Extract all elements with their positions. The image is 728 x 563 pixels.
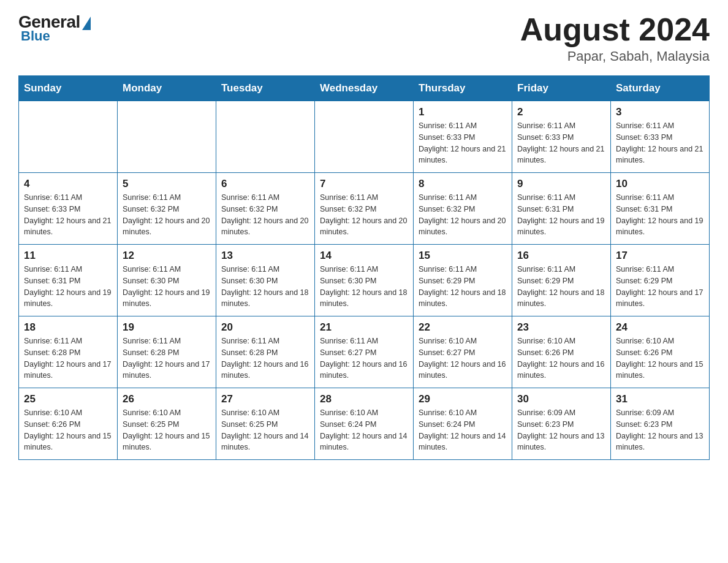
calendar-cell: 12Sunrise: 6:11 AMSunset: 6:30 PMDayligh… — [118, 245, 216, 316]
day-info: Sunrise: 6:11 AMSunset: 6:32 PMDaylight:… — [419, 192, 507, 238]
calendar-cell: 10Sunrise: 6:11 AMSunset: 6:31 PMDayligh… — [611, 173, 710, 245]
day-number: 23 — [517, 321, 605, 334]
day-number: 29 — [419, 393, 507, 405]
calendar-table: SundayMondayTuesdayWednesdayThursdayFrid… — [18, 75, 710, 460]
day-info: Sunrise: 6:10 AMSunset: 6:27 PMDaylight:… — [419, 335, 507, 381]
day-number: 17 — [616, 250, 704, 262]
calendar-week-row: 4Sunrise: 6:11 AMSunset: 6:33 PMDaylight… — [19, 173, 710, 245]
calendar-cell: 13Sunrise: 6:11 AMSunset: 6:30 PMDayligh… — [216, 245, 315, 316]
day-number: 2 — [517, 106, 605, 118]
calendar-cell — [315, 101, 414, 173]
day-info: Sunrise: 6:11 AMSunset: 6:30 PMDaylight:… — [320, 264, 408, 310]
day-number: 31 — [616, 393, 704, 405]
calendar-cell: 11Sunrise: 6:11 AMSunset: 6:31 PMDayligh… — [19, 245, 118, 316]
day-number: 30 — [517, 393, 605, 405]
day-info: Sunrise: 6:11 AMSunset: 6:33 PMDaylight:… — [24, 192, 112, 238]
calendar-cell: 9Sunrise: 6:11 AMSunset: 6:31 PMDaylight… — [512, 173, 611, 245]
calendar-cell: 6Sunrise: 6:11 AMSunset: 6:32 PMDaylight… — [216, 173, 315, 245]
day-number: 18 — [24, 321, 112, 334]
calendar-cell: 29Sunrise: 6:10 AMSunset: 6:24 PMDayligh… — [414, 388, 512, 460]
day-number: 13 — [221, 250, 309, 262]
calendar-cell: 14Sunrise: 6:11 AMSunset: 6:30 PMDayligh… — [315, 245, 414, 316]
day-number: 4 — [24, 178, 112, 190]
day-info: Sunrise: 6:10 AMSunset: 6:26 PMDaylight:… — [517, 335, 605, 381]
calendar-cell: 31Sunrise: 6:09 AMSunset: 6:23 PMDayligh… — [611, 388, 710, 460]
day-info: Sunrise: 6:10 AMSunset: 6:24 PMDaylight:… — [419, 407, 507, 453]
day-number: 24 — [616, 321, 704, 334]
day-info: Sunrise: 6:11 AMSunset: 6:32 PMDaylight:… — [320, 192, 408, 238]
calendar-title: August 2024 — [520, 12, 710, 47]
day-number: 22 — [419, 321, 507, 334]
calendar-cell: 15Sunrise: 6:11 AMSunset: 6:29 PMDayligh… — [414, 245, 512, 316]
calendar-cell: 17Sunrise: 6:11 AMSunset: 6:29 PMDayligh… — [611, 245, 710, 316]
calendar-cell: 18Sunrise: 6:11 AMSunset: 6:28 PMDayligh… — [19, 316, 118, 388]
day-info: Sunrise: 6:11 AMSunset: 6:32 PMDaylight:… — [123, 192, 211, 238]
weekday-header-saturday: Saturday — [611, 76, 710, 101]
calendar-cell: 1Sunrise: 6:11 AMSunset: 6:33 PMDaylight… — [414, 101, 512, 173]
day-number: 11 — [24, 250, 112, 262]
calendar-header-row: SundayMondayTuesdayWednesdayThursdayFrid… — [19, 76, 710, 101]
calendar-cell: 27Sunrise: 6:10 AMSunset: 6:25 PMDayligh… — [216, 388, 315, 460]
day-info: Sunrise: 6:11 AMSunset: 6:30 PMDaylight:… — [221, 264, 309, 310]
calendar-cell: 25Sunrise: 6:10 AMSunset: 6:26 PMDayligh… — [19, 388, 118, 460]
calendar-week-row: 25Sunrise: 6:10 AMSunset: 6:26 PMDayligh… — [19, 388, 710, 460]
day-number: 9 — [517, 178, 605, 190]
day-info: Sunrise: 6:11 AMSunset: 6:30 PMDaylight:… — [123, 264, 211, 310]
calendar-cell: 23Sunrise: 6:10 AMSunset: 6:26 PMDayligh… — [512, 316, 611, 388]
weekday-header-monday: Monday — [118, 76, 216, 101]
day-number: 27 — [221, 393, 309, 405]
day-number: 7 — [320, 178, 408, 190]
calendar-cell: 2Sunrise: 6:11 AMSunset: 6:33 PMDaylight… — [512, 101, 611, 173]
day-info: Sunrise: 6:11 AMSunset: 6:29 PMDaylight:… — [517, 264, 605, 310]
day-info: Sunrise: 6:11 AMSunset: 6:31 PMDaylight:… — [517, 192, 605, 238]
calendar-cell: 28Sunrise: 6:10 AMSunset: 6:24 PMDayligh… — [315, 388, 414, 460]
day-number: 8 — [419, 178, 507, 190]
calendar-subtitle: Papar, Sabah, Malaysia — [520, 48, 710, 64]
calendar-cell: 22Sunrise: 6:10 AMSunset: 6:27 PMDayligh… — [414, 316, 512, 388]
day-info: Sunrise: 6:11 AMSunset: 6:31 PMDaylight:… — [616, 192, 704, 238]
day-info: Sunrise: 6:10 AMSunset: 6:25 PMDaylight:… — [221, 407, 309, 453]
day-info: Sunrise: 6:11 AMSunset: 6:33 PMDaylight:… — [419, 120, 507, 166]
day-info: Sunrise: 6:11 AMSunset: 6:33 PMDaylight:… — [616, 120, 704, 166]
logo-triangle-icon — [82, 17, 91, 30]
day-info: Sunrise: 6:11 AMSunset: 6:29 PMDaylight:… — [419, 264, 507, 310]
calendar-cell: 19Sunrise: 6:11 AMSunset: 6:28 PMDayligh… — [118, 316, 216, 388]
day-info: Sunrise: 6:11 AMSunset: 6:32 PMDaylight:… — [221, 192, 309, 238]
day-info: Sunrise: 6:11 AMSunset: 6:28 PMDaylight:… — [123, 335, 211, 381]
calendar-cell: 3Sunrise: 6:11 AMSunset: 6:33 PMDaylight… — [611, 101, 710, 173]
calendar-cell: 30Sunrise: 6:09 AMSunset: 6:23 PMDayligh… — [512, 388, 611, 460]
day-number: 1 — [419, 106, 507, 118]
calendar-cell: 7Sunrise: 6:11 AMSunset: 6:32 PMDaylight… — [315, 173, 414, 245]
day-info: Sunrise: 6:10 AMSunset: 6:26 PMDaylight:… — [24, 407, 112, 453]
logo: General Blue — [18, 12, 91, 44]
calendar-week-row: 18Sunrise: 6:11 AMSunset: 6:28 PMDayligh… — [19, 316, 710, 388]
calendar-cell: 20Sunrise: 6:11 AMSunset: 6:28 PMDayligh… — [216, 316, 315, 388]
day-info: Sunrise: 6:11 AMSunset: 6:29 PMDaylight:… — [616, 264, 704, 310]
calendar-cell: 21Sunrise: 6:11 AMSunset: 6:27 PMDayligh… — [315, 316, 414, 388]
calendar-cell: 8Sunrise: 6:11 AMSunset: 6:32 PMDaylight… — [414, 173, 512, 245]
day-number: 10 — [616, 178, 704, 190]
calendar-cell — [19, 101, 118, 173]
calendar-cell — [118, 101, 216, 173]
day-number: 6 — [221, 178, 309, 190]
day-number: 19 — [123, 321, 211, 334]
day-number: 25 — [24, 393, 112, 405]
day-info: Sunrise: 6:11 AMSunset: 6:33 PMDaylight:… — [517, 120, 605, 166]
day-info: Sunrise: 6:10 AMSunset: 6:26 PMDaylight:… — [616, 335, 704, 381]
weekday-header-tuesday: Tuesday — [216, 76, 315, 101]
day-number: 28 — [320, 393, 408, 405]
day-number: 21 — [320, 321, 408, 334]
weekday-header-sunday: Sunday — [19, 76, 118, 101]
calendar-cell: 4Sunrise: 6:11 AMSunset: 6:33 PMDaylight… — [19, 173, 118, 245]
day-number: 15 — [419, 250, 507, 262]
weekday-header-friday: Friday — [512, 76, 611, 101]
day-info: Sunrise: 6:11 AMSunset: 6:28 PMDaylight:… — [221, 335, 309, 381]
day-info: Sunrise: 6:11 AMSunset: 6:27 PMDaylight:… — [320, 335, 408, 381]
day-number: 14 — [320, 250, 408, 262]
logo-blue-text: Blue — [21, 28, 50, 44]
calendar-week-row: 1Sunrise: 6:11 AMSunset: 6:33 PMDaylight… — [19, 101, 710, 173]
day-number: 16 — [517, 250, 605, 262]
day-number: 3 — [616, 106, 704, 118]
title-block: August 2024 Papar, Sabah, Malaysia — [520, 12, 710, 64]
calendar-cell — [216, 101, 315, 173]
